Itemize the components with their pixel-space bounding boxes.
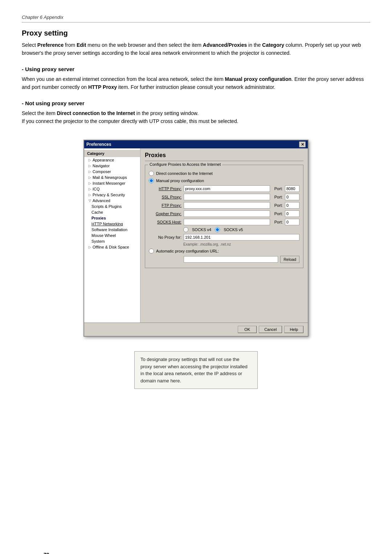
auto-proxy-url-input[interactable] <box>184 256 278 263</box>
gopher-port-label: Port: <box>274 212 283 216</box>
radio-direct-connection[interactable] <box>149 171 154 176</box>
sidebar-label-composer: Composer <box>93 169 111 174</box>
no-proxy-for-label: No Proxy for: <box>149 235 181 239</box>
using-proxy-text: When you use an external internet connec… <box>22 75 370 91</box>
gopher-proxy-input[interactable] <box>184 210 270 217</box>
group-box-title: Configure Proxies to Access the Internet <box>148 162 222 167</box>
sidebar-label-navigator: Navigator <box>93 164 110 168</box>
socks-version-row: SOCKS v4 SOCKS v5 <box>149 227 299 232</box>
sidebar-item-composer[interactable]: ▷ Composer <box>84 169 140 175</box>
sidebar-item-cache[interactable]: Cache <box>84 209 140 215</box>
cancel-button[interactable]: Cancel <box>259 326 282 333</box>
dialog-sidebar: Category ▷ Appearance ▷ Navigator ▷ Comp… <box>84 148 140 323</box>
sidebar-label-system: System <box>91 239 105 243</box>
sidebar-label-offline: Offline & Disk Space <box>93 245 129 249</box>
http-proxy-input[interactable] <box>184 185 270 192</box>
arrow-mail: ▷ <box>89 176 91 179</box>
arrow-composer: ▷ <box>89 170 91 173</box>
sidebar-item-icq[interactable]: ▷ ICQ <box>84 186 140 192</box>
arrow-navigator: ▷ <box>89 164 91 168</box>
dialog-title: Preferences <box>86 142 111 147</box>
ssl-port-input[interactable] <box>285 194 299 200</box>
dialog-titlebar: Preferences ✕ <box>84 140 308 148</box>
help-button[interactable]: Help <box>284 326 303 333</box>
configure-proxies-group: Configure Proxies to Access the Internet… <box>145 165 303 268</box>
ssl-port-label: Port: <box>274 195 283 199</box>
ftp-proxy-label: FTP Proxy: <box>149 203 181 208</box>
arrow-advanced: ▽ <box>89 199 91 202</box>
sidebar-label-software-install: Software Installation <box>91 227 127 232</box>
no-proxy-input[interactable] <box>184 234 299 241</box>
sidebar-item-scripts-plugins[interactable]: Scripts & Plugins <box>84 204 140 209</box>
sidebar-item-system[interactable]: System <box>84 238 140 244</box>
sidebar-item-software-installation[interactable]: Software Installation <box>84 227 140 233</box>
socks-host-input[interactable] <box>184 219 270 225</box>
socks-v4-label: SOCKS v4 <box>192 227 211 232</box>
no-proxy-hint: Example: .mozilla.org, .net.nz <box>149 242 299 246</box>
sidebar-item-navigator[interactable]: ▷ Navigator <box>84 163 140 169</box>
sidebar-label-scripts: Scripts & Plugins <box>91 204 122 209</box>
panel-title: Proxies <box>145 152 303 161</box>
http-proxy-label: HTTP Proxy: <box>149 186 181 191</box>
radio-direct-label: Direct connection to the Internet <box>156 171 213 176</box>
dialog-footer: OK Cancel Help <box>84 323 308 336</box>
socks-port-input[interactable] <box>285 219 299 225</box>
tooltip-text: To designate proxy settings that will no… <box>140 357 248 383</box>
radio-manual-label: Manual proxy configuration <box>156 178 204 183</box>
ftp-proxy-input[interactable] <box>184 202 270 209</box>
sidebar-item-proxies[interactable]: Proxies <box>84 215 140 221</box>
socks-v5-label: SOCKS v5 <box>224 227 243 232</box>
reload-button[interactable]: Reload <box>280 256 299 263</box>
arrow-offline: ▷ <box>89 245 91 249</box>
sidebar-label-proxies: Proxies <box>91 216 106 220</box>
sidebar-label-icq: ICQ <box>93 187 100 191</box>
socks-host-label: SOCKS Host: <box>149 220 181 224</box>
page-number: 78 <box>44 552 49 554</box>
arrow-im: ▷ <box>89 181 91 185</box>
ftp-port-input[interactable] <box>285 202 299 209</box>
ok-button[interactable]: OK <box>238 326 257 333</box>
sidebar-item-http-networking[interactable]: HTTP Networking <box>84 221 140 227</box>
sidebar-label-appearance: Appearance <box>93 158 114 162</box>
chapter-header: Chapter 6 Appendix <box>22 15 370 22</box>
radio-socks-v4[interactable] <box>183 227 188 232</box>
socks-port-label: Port: <box>274 220 283 224</box>
sidebar-item-privacy-security[interactable]: ▷ Privacy & Security <box>84 192 140 198</box>
ssl-proxy-input[interactable] <box>184 194 270 200</box>
sidebar-label-http-networking: HTTP Networking <box>91 222 123 226</box>
arrow-appearance: ▷ <box>89 158 91 162</box>
sidebar-item-mail-newsgroups[interactable]: ▷ Mail & Newsgroups <box>84 175 140 180</box>
gopher-proxy-label: Gopher Proxy: <box>149 212 181 216</box>
not-using-proxy-text: Select the item Direct connection to the… <box>22 109 370 126</box>
sidebar-label-mail: Mail & Newsgroups <box>93 175 127 180</box>
gopher-port-input[interactable] <box>285 210 299 217</box>
sidebar-item-instant-messenger[interactable]: ▷ Instant Messenger <box>84 180 140 186</box>
preferences-dialog: Preferences ✕ Category ▷ Appearance ▷ Na… <box>83 140 309 337</box>
sidebar-item-offline-disk-space[interactable]: ▷ Offline & Disk Space <box>84 244 140 250</box>
sidebar-item-advanced[interactable]: ▽ Advanced <box>84 198 140 204</box>
dialog-close-button[interactable]: ✕ <box>299 141 306 147</box>
sidebar-label-mouse-wheel: Mouse Wheel <box>91 233 116 238</box>
arrow-icq: ▷ <box>89 187 91 191</box>
sidebar-label-privacy: Privacy & Security <box>93 193 125 197</box>
arrow-privacy: ▷ <box>89 193 91 197</box>
radio-auto-proxy[interactable] <box>149 249 154 254</box>
radio-manual-proxy[interactable] <box>149 178 154 183</box>
tooltip-box: To designate proxy settings that will no… <box>134 351 258 389</box>
ftp-port-label: Port: <box>274 203 283 208</box>
sidebar-category-header: Category <box>84 150 140 157</box>
ssl-proxy-label: SSL Proxy: <box>149 195 181 199</box>
radio-socks-v5[interactable] <box>215 227 220 232</box>
sidebar-label-cache: Cache <box>91 210 103 214</box>
http-port-input[interactable] <box>285 185 299 192</box>
not-using-proxy-heading: - Not using proxy server <box>22 100 370 106</box>
sidebar-item-appearance[interactable]: ▷ Appearance <box>84 157 140 163</box>
using-proxy-heading: - Using proxy server <box>22 66 370 72</box>
auto-proxy-label: Automatic proxy configuration URL: <box>156 249 219 253</box>
sidebar-item-mouse-wheel[interactable]: Mouse Wheel <box>84 233 140 238</box>
dialog-main-panel: Proxies Configure Proxies to Access the … <box>140 148 308 323</box>
http-port-label: Port: <box>274 186 283 191</box>
intro-text: Select Preference from Edit menu on the … <box>22 41 370 57</box>
sidebar-label-advanced: Advanced <box>93 198 110 203</box>
section-title: Proxy setting <box>22 29 370 37</box>
